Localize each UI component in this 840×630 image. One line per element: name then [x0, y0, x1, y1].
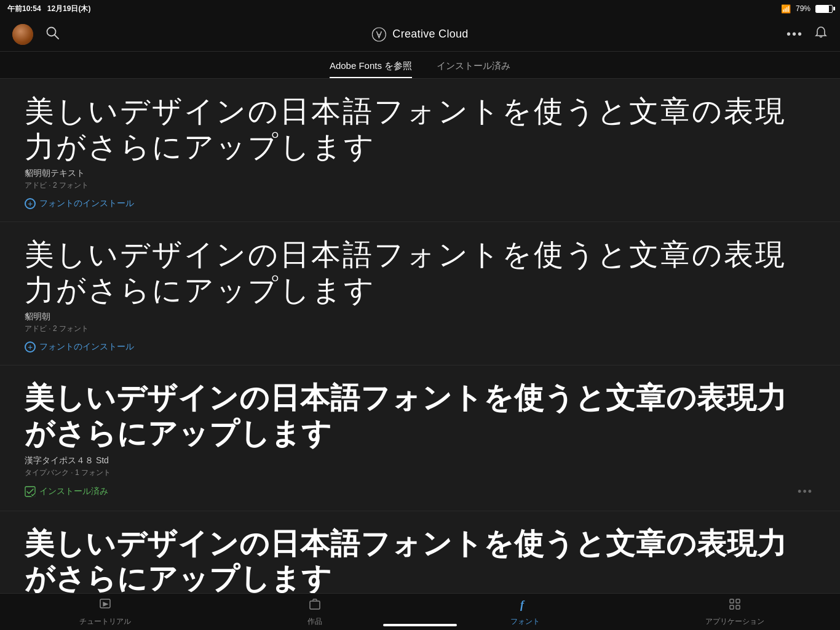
work-icon: [308, 597, 322, 614]
more-button[interactable]: •••: [787, 27, 803, 41]
battery-icon: [815, 5, 833, 13]
nav-label-work: 作品: [307, 616, 322, 627]
fonts-icon: f: [518, 597, 532, 614]
bottom-nav: チュートリアル 作品 f フォント アプリケーション: [0, 593, 840, 630]
status-indicators: 📶 79%: [781, 4, 833, 14]
font-meta: タイプバンク · 1 フォント: [25, 468, 815, 478]
nav-item-apps[interactable]: アプリケーション: [630, 597, 841, 627]
font-meta: アドビ · 2 フォント: [25, 180, 815, 191]
nav-label-apps: アプリケーション: [705, 616, 764, 627]
header-right: •••: [787, 26, 828, 42]
nav-item-tutorial[interactable]: チュートリアル: [0, 597, 210, 627]
font-name: 貂明朝: [25, 311, 815, 322]
font-name: 漢字タイポス４８ Std: [25, 455, 815, 466]
svg-text:f: f: [520, 599, 525, 611]
install-font-button[interactable]: +フォントのインストール: [25, 198, 134, 209]
font-preview-text: 美しいデザインの日本語フォントを使うと文章の表現力がさらにアップします: [25, 380, 815, 451]
install-font-label: フォントのインストール: [39, 198, 134, 209]
font-more-button[interactable]: •••: [798, 485, 815, 498]
svg-line-1: [55, 35, 58, 39]
font-preview-text: 美しいデザインの日本語フォントを使うと文章の表現力がさらにアップします: [25, 94, 815, 164]
tutorial-icon: [98, 597, 112, 614]
status-bar: 午前10:54 12月19日(木) 📶 79%: [0, 0, 840, 17]
header-center: Creative Cloud: [371, 27, 468, 42]
font-meta: アドビ · 2 フォント: [25, 324, 815, 334]
nav-item-fonts[interactable]: f フォント: [420, 597, 630, 627]
apps-icon: [728, 597, 742, 614]
svg-rect-15: [730, 605, 734, 609]
home-indicator: [383, 624, 457, 626]
status-time: 午前10:54: [7, 4, 41, 14]
nav-label-fonts: フォント: [510, 616, 540, 627]
header-title: Creative Cloud: [392, 28, 468, 41]
font-card-4: 美しいデザインの日本語フォントを使うと文章の表現力がさらにアップします漢字タイポ…: [0, 511, 840, 593]
tab-installed[interactable]: インストール済み: [437, 60, 510, 78]
svg-rect-16: [736, 605, 740, 609]
font-name: 貂明朝テキスト: [25, 168, 815, 179]
tab-browse[interactable]: Adobe Fonts を参照: [330, 60, 412, 78]
notification-bell-icon[interactable]: [814, 26, 828, 42]
font-card-3: 美しいデザインの日本語フォントを使うと文章の表現力がさらにアップします漢字タイポ…: [0, 365, 840, 511]
plus-circle-icon: +: [25, 198, 36, 209]
adobe-logo-icon: [371, 27, 386, 42]
nav-label-tutorial: チュートリアル: [79, 616, 131, 627]
svg-rect-14: [736, 599, 740, 603]
plus-circle-icon: +: [25, 341, 36, 353]
status-date: 12月19日(木): [47, 4, 91, 14]
font-card-1: 美しいデザインの日本語フォントを使うと文章の表現力がさらにアップします貂明朝テキ…: [0, 79, 840, 222]
tabs-bar: Adobe Fonts を参照 インストール済み: [0, 52, 840, 79]
nav-item-work[interactable]: 作品: [210, 597, 421, 627]
svg-rect-11: [310, 601, 320, 609]
search-icon[interactable]: [46, 26, 59, 42]
font-card-2: 美しいデザインの日本語フォントを使うと文章の表現力がさらにアップします貂明朝アド…: [0, 222, 840, 365]
avatar-image: [12, 24, 33, 45]
installed-font-button[interactable]: インストール済み: [25, 486, 108, 497]
font-preview-text: 美しいデザインの日本語フォントを使うと文章の表現力がさらにアップします: [25, 237, 815, 308]
battery-fill: [816, 6, 829, 12]
header-left: [12, 24, 59, 45]
installed-font-label: インストール済み: [39, 486, 108, 497]
install-font-button[interactable]: +フォントのインストール: [25, 341, 134, 353]
font-list: 美しいデザインの日本語フォントを使うと文章の表現力がさらにアップします貂明朝テキ…: [0, 79, 840, 593]
install-font-label: フォントのインストール: [39, 341, 134, 353]
installed-check-icon: [25, 486, 36, 497]
svg-rect-13: [730, 599, 734, 603]
wifi-icon: 📶: [781, 4, 791, 14]
avatar[interactable]: [12, 24, 33, 45]
status-time-date: 午前10:54 12月19日(木): [7, 4, 90, 14]
header: Creative Cloud •••: [0, 17, 840, 52]
battery-percent: 79%: [796, 4, 810, 13]
installed-row: インストール済み•••: [25, 485, 815, 498]
font-preview-text: 美しいデザインの日本語フォントを使うと文章の表現力がさらにアップします: [25, 526, 815, 593]
